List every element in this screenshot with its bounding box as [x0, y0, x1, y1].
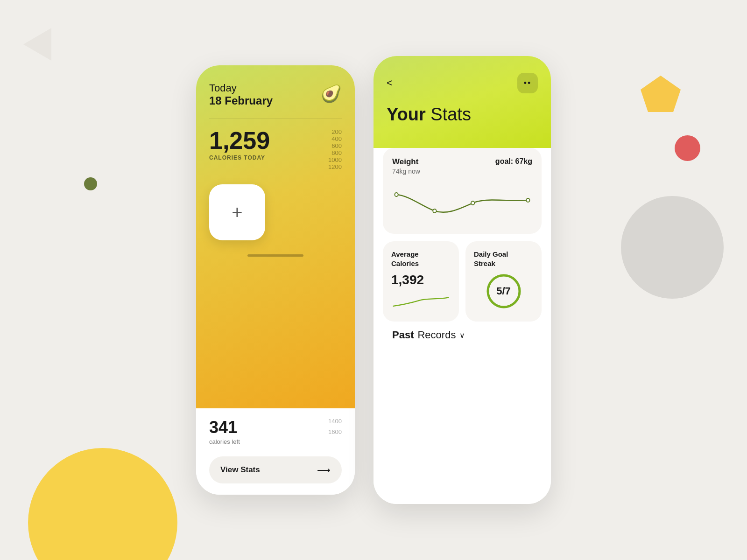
- red-circle-decoration: [675, 135, 700, 161]
- view-stats-label: View Stats: [220, 465, 260, 475]
- phone-right-content: Weight 74kg now goal: 67kg: [374, 148, 551, 504]
- calories-remaining: 341 calories left: [209, 418, 240, 445]
- goal-label: goal:: [495, 157, 513, 165]
- svg-marker-0: [641, 76, 681, 112]
- calories-value: 1,259: [209, 128, 270, 153]
- scale-1000: 1000: [328, 156, 342, 163]
- calories-left-value: 341: [209, 418, 240, 437]
- streak-circle: 5/7: [485, 273, 522, 310]
- play-icon: [23, 28, 51, 61]
- divider: [209, 119, 342, 119]
- calories-info: 1,259 CALORIES TODAY: [209, 128, 270, 161]
- chevron-down-icon: ∨: [459, 331, 465, 340]
- more-dots-icon: ••: [524, 78, 532, 88]
- more-button[interactable]: ••: [517, 73, 538, 93]
- past-records-normal: Records: [417, 329, 456, 341]
- pentagon-decoration: [640, 75, 682, 114]
- phone-right-top: < •• Your Stats: [374, 56, 551, 148]
- calories-left-section: 341 calories left 1400 1600: [209, 418, 342, 445]
- green-dot-decoration: [84, 177, 97, 190]
- svg-point-4: [526, 198, 529, 202]
- daily-goal-title: Daily GoalStreak: [474, 250, 533, 268]
- stats-title-normal: Stats: [426, 105, 471, 124]
- scale-800: 800: [328, 149, 342, 156]
- today-label: Today: [209, 82, 273, 94]
- avg-calories-card: AverageCalories 1,392: [383, 241, 459, 322]
- stats-navigation: < ••: [387, 73, 538, 93]
- streak-container: 5/7: [474, 273, 533, 310]
- svg-point-1: [395, 193, 398, 196]
- weight-goal: goal: 67kg: [495, 157, 532, 175]
- weight-chart: [392, 181, 532, 223]
- date-label: 18 February: [209, 94, 273, 107]
- plus-icon: +: [232, 203, 242, 222]
- calories-left-label: calories left: [209, 438, 240, 445]
- past-records-button[interactable]: Past Records ∨: [383, 322, 542, 341]
- scale-400: 400: [328, 135, 342, 142]
- phones-container: Today 18 February 🥑 1,259 CALORIES TODAY…: [196, 56, 551, 504]
- phone-left-bottom: 341 calories left 1400 1600 View Stats ⟶: [196, 408, 355, 495]
- past-records-bold: Past: [392, 329, 414, 341]
- phone-right: < •• Your Stats Weight 74kg now goal:: [374, 56, 551, 504]
- avocado-icon: 🥑: [321, 84, 342, 104]
- daily-goal-card: Daily GoalStreak 5/7: [465, 241, 542, 322]
- calories-section: 1,259 CALORIES TODAY 200 400 600 800 100…: [209, 128, 342, 170]
- add-food-button[interactable]: +: [209, 184, 265, 240]
- scale-200: 200: [328, 128, 342, 135]
- yellow-circle-decoration: [28, 448, 177, 560]
- weight-title: Weight: [392, 157, 420, 167]
- phone-left: Today 18 February 🥑 1,259 CALORIES TODAY…: [196, 65, 355, 495]
- weight-header: Weight 74kg now goal: 67kg: [392, 157, 532, 175]
- home-indicator: [247, 254, 303, 257]
- weight-now: 74kg now: [392, 168, 420, 175]
- avg-calories-title: AverageCalories: [391, 250, 451, 268]
- avg-calories-value: 1,392: [391, 273, 451, 287]
- stats-title-bold: Your: [387, 105, 426, 124]
- streak-value: 5/7: [496, 285, 511, 297]
- goal-value: 67kg: [515, 157, 532, 165]
- phone-left-top: Today 18 February 🥑 1,259 CALORIES TODAY…: [196, 65, 355, 408]
- weight-info: Weight 74kg now: [392, 157, 420, 175]
- scale-right: 1400 1600: [328, 418, 342, 435]
- arrow-right-icon: ⟶: [317, 464, 331, 476]
- scale-600: 600: [328, 142, 342, 149]
- scale-1400: 1400: [328, 418, 342, 425]
- weight-card: Weight 74kg now goal: 67kg: [383, 148, 542, 234]
- avg-calories-chart: [391, 290, 451, 311]
- scale-labels-left: 200 400 600 800 1000 1200: [328, 128, 342, 170]
- view-stats-button[interactable]: View Stats ⟶: [209, 456, 342, 483]
- bottom-cards: AverageCalories 1,392 Daily GoalStreak: [383, 241, 542, 322]
- scale-1200: 1200: [328, 163, 342, 170]
- gray-circle-decoration: [621, 196, 724, 299]
- stats-title: Your Stats: [387, 105, 538, 125]
- date-section: Today 18 February: [209, 82, 273, 107]
- phone-left-header: Today 18 February 🥑: [209, 82, 342, 107]
- svg-point-3: [471, 201, 474, 205]
- scale-1600: 1600: [328, 428, 342, 435]
- back-button[interactable]: <: [387, 77, 393, 89]
- calories-label: CALORIES TODAY: [209, 154, 270, 161]
- svg-point-2: [433, 209, 436, 213]
